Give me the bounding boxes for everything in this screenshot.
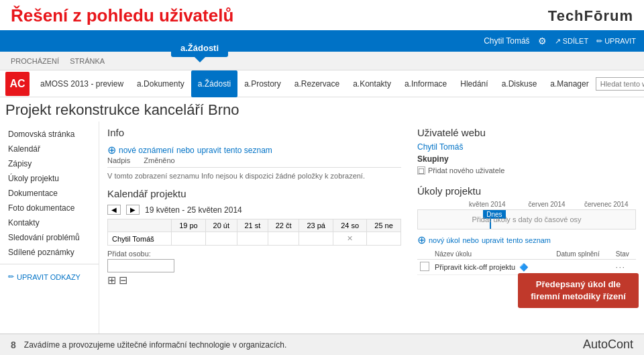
person-icons: ⊞ ⊟ [107, 274, 401, 287]
tasks-title: Úkoly projektu [417, 185, 636, 197]
cal-cell-21 [237, 232, 268, 246]
sidebar-item-kontakty[interactable]: Kontakty [0, 215, 99, 230]
task-info-icon: 🔷 [519, 263, 529, 271]
slide-number: 8 [11, 340, 16, 350]
calendar-nav: ◀ ▶ 19 květen - 25 květen 2014 [107, 205, 401, 215]
calendar-section: Kalendář projektu ◀ ▶ 19 květen - 25 kvě… [107, 188, 401, 287]
cal-cell-22 [268, 232, 299, 246]
bottom-bar: 8 Zavádíme a provozujeme užitečné inform… [0, 334, 644, 355]
sidebar-item-dokumentace[interactable]: Dokumentace [0, 186, 99, 201]
left-content: Info ⊕ nové oznámení nebo upravit tento … [99, 127, 409, 355]
sidebar-item-foto[interactable]: Foto dokumentace [0, 201, 99, 215]
sidebar-item-sledovani[interactable]: Sledování problémů [0, 230, 99, 245]
col-stav: Stav [613, 249, 636, 260]
bottom-text: Zavádíme a provozujeme užitečné informač… [24, 340, 287, 350]
sidebar-item-home[interactable]: Domovská stránka [0, 127, 99, 142]
cal-cell-25 [367, 232, 401, 246]
pencil-icon: ✏ [8, 272, 14, 281]
tasks-widget: Úkoly projektu květen 2014 červen 2014 č… [417, 185, 636, 275]
menu-prostory[interactable]: a.Prostory [237, 70, 288, 97]
plus-task-icon: ⊕ [417, 234, 426, 246]
user-name: Chytil Tomáš [484, 36, 529, 46]
search-input[interactable] [600, 80, 644, 88]
info-column-headers: Nadpis Změněno [107, 156, 401, 168]
add-user-icon: ☐ [417, 166, 425, 174]
cal-cell-20 [205, 232, 237, 246]
calendar-table: 19 po 20 út 21 st 22 čt 23 pá 24 so 25 n… [107, 219, 401, 246]
blue-navbar: Chytil Tomáš ⚙ ↗ SDÍLET ✏ UPRAVIT [0, 30, 644, 52]
task-dots-icon[interactable]: ··· [616, 263, 626, 271]
sidebar-item-calendar[interactable]: Kalendář [0, 142, 99, 156]
sidebar-item-poznamky[interactable]: Sdílené poznámky [0, 245, 99, 260]
callout-label: a.Žádosti [180, 43, 219, 53]
cal-next-button[interactable]: ▶ [126, 205, 140, 215]
gantt-month-1: květen 2014 [458, 201, 517, 208]
users-title: Uživatelé webu [417, 127, 636, 138]
project-title: Projekt rekonstrukce kanceláří Brno [5, 101, 239, 119]
person-input[interactable] [107, 259, 174, 272]
share-button[interactable]: ↗ SDÍLET [555, 37, 589, 46]
app-logo: AC [5, 72, 30, 96]
sidebar-edit-links[interactable]: ✏ UPRAVIT ODKAZY [0, 270, 99, 284]
app-name: aMOSS 2013 - preview [34, 70, 130, 97]
menu-dokumenty[interactable]: a.Dokumenty [130, 70, 191, 97]
user-link[interactable]: Chytil Tomáš [417, 142, 636, 152]
col-nadpis: Nadpis [107, 156, 130, 164]
sp-nav-procházení[interactable]: PROCHÁZENÍ [11, 57, 59, 65]
add-person-section: Přidat osobu: ⊞ ⊟ [107, 250, 401, 287]
content-area: Info ⊕ nové oznámení nebo upravit tento … [99, 121, 644, 355]
page-heading: Řešení z pohledu uživatelů [11, 5, 233, 26]
app-menu: aMOSS 2013 - preview a.Dokumenty a.Žádos… [34, 70, 644, 97]
sidebar-item-zápisy[interactable]: Zápisy [0, 156, 99, 171]
cal-person-name: Chytil Tomáš [108, 232, 172, 246]
task-table: Název úkolu Datum splnění Stav Připravit… [417, 249, 636, 275]
app-header: AC aMOSS 2013 - preview a.Dokumenty a.Žá… [0, 70, 644, 97]
cal-col-19: 19 po [172, 219, 206, 232]
menu-rezervace[interactable]: a.Rezervace [288, 70, 346, 97]
cal-col-21: 21 st [237, 219, 268, 232]
bottom-left: 8 Zavádíme a provozujeme užitečné inform… [11, 340, 286, 350]
gantt-add-text: Přidat úkoly s daty do časové osy [418, 215, 635, 223]
task-checkbox[interactable] [417, 260, 432, 275]
add-user-link[interactable]: ☐ Přidat nového uživatele [417, 166, 636, 174]
cal-remove-btn[interactable]: ✕ [333, 232, 367, 246]
calendar-row: Chytil Tomáš ✕ [108, 232, 401, 246]
task-table-header: Název úkolu Datum splnění Stav [417, 249, 636, 260]
cal-col-24: 24 so [333, 219, 367, 232]
menu-zadosti[interactable]: a.Žádosti [191, 70, 237, 97]
menu-hledani[interactable]: Hledání [453, 70, 494, 97]
edit-button[interactable]: ✏ UPRAVIT [596, 37, 636, 46]
col-nazev: Název úkolu [432, 249, 553, 260]
red-tooltip: Předepsaný úkol dle firemní metodiky říz… [518, 273, 639, 308]
col-datum: Datum splnění [553, 249, 613, 260]
gantt-header: květen 2014 červen 2014 červenec 2014 [417, 201, 636, 208]
cal-col-25: 25 ne [367, 219, 401, 232]
sidebar-item-ukoly[interactable]: Úkoly projektu [0, 171, 99, 186]
cal-col-20: 20 út [205, 219, 237, 232]
gantt-month-3: červenec 2014 [576, 201, 636, 208]
gear-icon[interactable]: ⚙ [538, 36, 547, 46]
sidebar: Domovská stránka Kalendář Zápisy Úkoly p… [0, 121, 99, 355]
col-check [417, 249, 432, 260]
cal-col-person [108, 219, 172, 232]
add-info-link[interactable]: ⊕ nové oznámení nebo upravit tento sezna… [107, 144, 401, 156]
cal-col-22: 22 čt [268, 219, 299, 232]
menu-diskuse[interactable]: a.Diskuse [495, 70, 544, 97]
cal-prev-button[interactable]: ◀ [107, 205, 121, 215]
calendar-title: Kalendář projektu [107, 188, 401, 199]
checkbox-icon [420, 262, 429, 271]
plus-icon: ⊕ [107, 144, 116, 156]
sp-nav-stránka[interactable]: STRÁNKA [70, 57, 105, 65]
menu-kontakty[interactable]: a.Kontakty [346, 70, 398, 97]
info-title: Info [107, 127, 401, 138]
main-layout: Domovská stránka Kalendář Zápisy Úkoly p… [0, 121, 644, 355]
menu-informace[interactable]: a.Informace [398, 70, 453, 97]
search-box[interactable]: ▼ [596, 77, 644, 91]
gantt-bar: Dnes Přidat úkoly s daty do časové osy [417, 209, 636, 230]
menu-manager[interactable]: a.Manager [543, 70, 595, 97]
top-header: Řešení z pohledu uživatelů TechFōrum [0, 0, 644, 30]
add-task-link[interactable]: ⊕ nový úkol nebo upravit tento seznam [417, 234, 636, 246]
techforum-logo: TechFōrum [548, 7, 633, 25]
groups-label: Skupiny [417, 154, 636, 164]
sidebar-divider [0, 264, 99, 264]
